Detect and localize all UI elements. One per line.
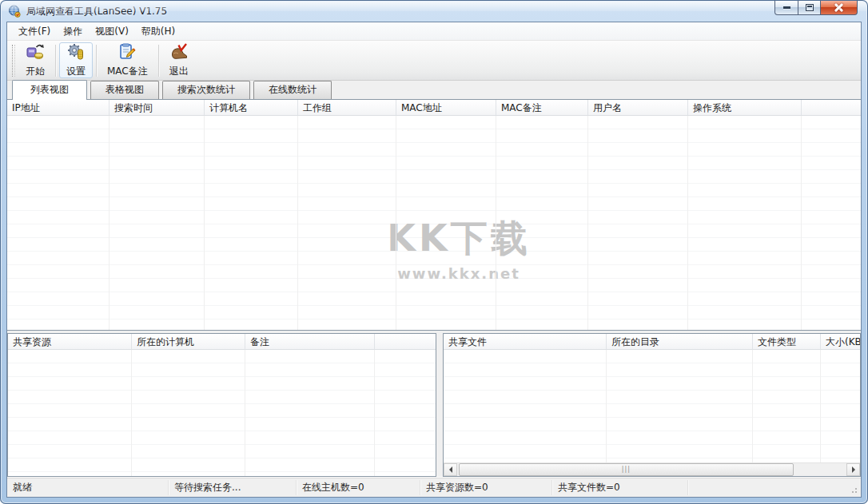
maximize-icon [806,4,814,11]
host-list-header: IP地址搜索时间计算机名工作组MAC地址MAC备注用户名操作系统 [7,100,861,116]
column-gridline [606,350,607,462]
column-gridline [687,116,688,330]
window-title: 局域网查看工具(LanSee) V1.75 [26,5,167,18]
host-list-column-header-3[interactable]: 工作组 [298,100,396,115]
tab-strip: 列表视图表格视图搜索次数统计在线数统计 [7,81,861,99]
column-gridline [245,350,245,476]
scroll-right-button[interactable] [846,463,860,476]
minimize-button[interactable] [774,1,798,15]
toolbar: 开始设置MAC备注退出 [7,40,861,81]
host-list-column-header-2[interactable]: 计算机名 [205,100,298,115]
shared-resources-panel: 共享资源所在的计算机备注 [7,333,436,477]
column-gridline [820,350,821,462]
close-icon [834,3,843,12]
status-segment-3: 共享资源数=0 [420,480,552,495]
host-list-body: KK下载 www.kkx.net [7,116,861,330]
scrollbar-track[interactable]: ||| [457,463,846,476]
tab-1[interactable]: 表格视图 [90,81,159,99]
minimize-icon [783,6,790,9]
column-gridline [396,116,396,330]
status-segment-filler [688,480,861,495]
column-gridline [752,350,753,462]
column-gridline [801,116,802,330]
toolbar-gripper[interactable] [12,45,15,77]
horizontal-scrollbar: ||| [444,462,860,476]
settings-icon [66,42,86,64]
arrow-right-icon [852,466,858,473]
toolbar-button-1[interactable]: 设置 [59,42,93,78]
column-gridline [587,116,588,330]
toolbar-separator [158,45,159,77]
exit-icon [169,42,189,64]
app-window: 局域网查看工具(LanSee) V1.75 文件(F)操作视图(V)帮助(H) … [0,0,868,504]
shared-files-body [444,350,860,462]
toolbar-button-2[interactable]: MAC备注 [100,42,155,78]
shared-files-column-header-0[interactable]: 共享文件 [444,334,607,349]
tab-2[interactable]: 搜索次数统计 [162,81,250,99]
column-gridline [109,116,109,330]
host-list-column-header-7[interactable]: 操作系统 [688,100,802,115]
shared-resources-column-header-filler [375,334,436,349]
toolbar-button-3[interactable]: 退出 [162,42,196,78]
status-segment-2: 在线主机数=0 [297,480,420,495]
host-list-column-header-filler [802,100,861,115]
shared-files-panel: 共享文件所在的目录文件类型大小(KB) ||| [443,333,861,477]
host-list-column-header-1[interactable]: 搜索时间 [109,100,205,115]
tab-0[interactable]: 列表视图 [12,80,87,100]
title-bar[interactable]: 局域网查看工具(LanSee) V1.75 [0,0,868,22]
column-gridline [297,116,298,330]
panel-splitter[interactable] [436,333,443,477]
host-list-column-header-4[interactable]: MAC地址 [396,100,496,115]
status-bar: 就绪等待搜索任务...在线主机数=0共享资源数=0共享文件数=0 [7,477,861,497]
shared-files-header: 共享文件所在的目录文件类型大小(KB) [444,334,860,350]
close-button[interactable] [821,1,858,15]
shared-resources-body [8,350,436,476]
shared-resources-column-header-1[interactable]: 所在的计算机 [132,334,245,349]
menu-bar: 文件(F)操作视图(V)帮助(H) [7,22,861,40]
scroll-left-button[interactable] [444,463,457,476]
toolbar-button-label: MAC备注 [107,65,148,78]
toolbar-button-label: 退出 [169,65,189,78]
status-segment-4: 共享文件数=0 [552,480,688,495]
toolbar-button-0[interactable]: 开始 [18,42,52,78]
menu-item-3[interactable]: 帮助(H) [135,23,181,40]
shared-files-column-header-3[interactable]: 大小(KB) [821,334,861,349]
toolbar-separator [55,45,56,77]
app-icon [8,5,22,18]
column-gridline [131,350,132,476]
status-segment-0: 就绪 [7,480,169,495]
tab-3[interactable]: 在线数统计 [253,81,332,99]
shared-files-column-header-1[interactable]: 所在的目录 [607,334,753,349]
bottom-panels: 共享资源所在的计算机备注 共享文件所在的目录文件类型大小(KB) ||| [7,333,861,477]
arrow-left-icon [446,466,452,473]
toolbar-button-label: 开始 [26,65,45,78]
start-icon [26,42,45,64]
window-controls [774,1,858,15]
shared-files-column-header-2[interactable]: 文件类型 [753,334,821,349]
client-area: 文件(F)操作视图(V)帮助(H) 开始设置MAC备注退出 列表视图表格视图搜索… [6,22,862,498]
mac-note-icon [117,42,137,64]
status-segment-1: 等待搜索任务... [169,480,297,495]
toolbar-separator [96,45,97,77]
column-gridline [496,116,496,330]
scrollbar-thumb[interactable]: ||| [459,463,794,476]
shared-resources-column-header-2[interactable]: 备注 [245,334,375,349]
watermark: KK下载 www.kkx.net [343,218,575,282]
maximize-button[interactable] [798,1,821,15]
host-list-column-header-6[interactable]: 用户名 [588,100,688,115]
shared-resources-column-header-0[interactable]: 共享资源 [8,334,132,349]
shared-resources-header: 共享资源所在的计算机备注 [8,334,436,350]
menu-item-1[interactable]: 操作 [57,23,89,40]
menu-item-2[interactable]: 视图(V) [89,23,135,40]
toolbar-button-label: 设置 [66,65,86,78]
menu-item-0[interactable]: 文件(F) [12,23,57,40]
host-list-column-header-0[interactable]: IP地址 [7,100,109,115]
watermark-title: KK下载 [343,218,575,259]
watermark-url: www.kkx.net [343,265,575,282]
scrollbar-grip-icon: ||| [622,466,631,473]
column-gridline [204,116,205,330]
host-list-view: IP地址搜索时间计算机名工作组MAC地址MAC备注用户名操作系统 KK下载 ww… [7,99,861,331]
column-gridline [374,350,375,476]
host-list-column-header-5[interactable]: MAC备注 [496,100,588,115]
